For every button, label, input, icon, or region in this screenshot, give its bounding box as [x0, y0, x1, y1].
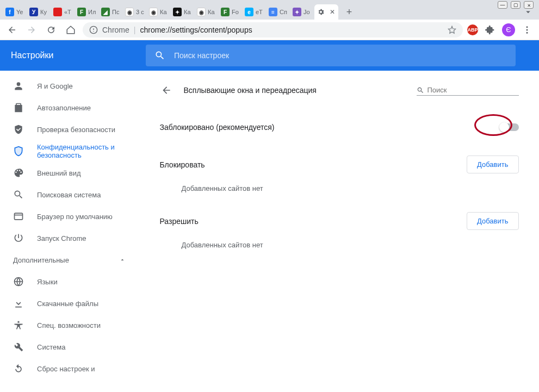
- tab-title: Fo: [232, 9, 239, 15]
- block-section-title: Блокировать: [160, 160, 205, 169]
- browser-tab[interactable]: ◢Пс: [99, 4, 123, 20]
- search-icon: [154, 50, 165, 61]
- accessibility-icon: [13, 320, 24, 331]
- browser-tab[interactable]: «Т: [51, 4, 75, 20]
- page-back-button[interactable]: [160, 84, 173, 97]
- sidebar-item-label: Сброс настроек и: [37, 365, 126, 373]
- tab-favicon: У: [29, 8, 38, 16]
- popup-toggle[interactable]: [500, 123, 519, 131]
- browser-tab[interactable]: ◉Ка: [195, 4, 219, 20]
- window-minimize-button[interactable]: —: [498, 1, 507, 9]
- page-title: Всплывающие окна и переадресация: [184, 86, 406, 95]
- tab-favicon: ✦: [293, 8, 301, 16]
- sidebar-item-label: Браузер по умолчанию: [37, 213, 126, 221]
- tab-title: 3 с: [136, 9, 144, 15]
- tab-title: eT: [256, 9, 263, 15]
- tab-favicon: e: [245, 8, 253, 16]
- power-icon: [13, 233, 24, 244]
- sidebar-item[interactable]: Запуск Chrome: [0, 227, 139, 249]
- svg-point-5: [526, 32, 528, 33]
- shield-icon: [13, 146, 24, 157]
- browser-tab[interactable]: FFo: [219, 4, 243, 20]
- svg-rect-6: [15, 213, 23, 220]
- sidebar-item[interactable]: Скачанные файлы: [0, 293, 139, 314]
- bookmark-star-icon[interactable]: [448, 26, 456, 34]
- tab-title: Ка: [208, 9, 215, 15]
- tab-favicon: F: [77, 8, 86, 16]
- sidebar-item[interactable]: Внешний вид: [0, 162, 139, 184]
- sidebar-advanced-toggle[interactable]: Дополнительные: [0, 249, 139, 271]
- extensions-icon[interactable]: [482, 22, 498, 38]
- allow-add-button[interactable]: Добавить: [467, 212, 518, 230]
- new-tab-button[interactable]: +: [342, 4, 357, 20]
- window-maximize-button[interactable]: ▢: [511, 1, 521, 9]
- sidebar-item[interactable]: Конфиденциальность и безопасность: [0, 140, 139, 162]
- sidebar-item-label: Языки: [37, 278, 126, 286]
- profile-avatar[interactable]: Є: [502, 23, 515, 36]
- sidebar-item[interactable]: Браузер по умолчанию: [0, 206, 139, 227]
- adblock-extension-icon[interactable]: ABP: [467, 24, 478, 35]
- tab-favicon: ◉: [149, 8, 158, 16]
- svg-point-3: [526, 26, 528, 28]
- settings-search-input[interactable]: [174, 51, 507, 60]
- reset-icon: [13, 363, 24, 374]
- browser-tab[interactable]: ≡Сп: [267, 4, 290, 20]
- sidebar-item-label: Конфиденциальность и безопасность: [37, 143, 126, 159]
- tab-title: Ye: [16, 9, 23, 15]
- nav-forward-button[interactable]: [24, 22, 39, 38]
- window-icon: [13, 211, 24, 222]
- settings-header: Настройки: [0, 40, 539, 71]
- window-close-button[interactable]: ⨉: [524, 1, 534, 9]
- sidebar-item[interactable]: Я и Google: [0, 75, 139, 97]
- tab-title: Ка: [184, 9, 191, 15]
- svg-point-2: [93, 31, 94, 32]
- sidebar-item[interactable]: Система: [0, 336, 139, 358]
- tab-favicon: f: [5, 8, 14, 16]
- browser-tab[interactable]: ◉Ка: [147, 4, 171, 20]
- browser-tab[interactable]: ✦Jo: [290, 4, 314, 20]
- settings-content: Всплывающие окна и переадресация Заблоки…: [139, 71, 539, 392]
- tab-favicon: ◉: [125, 8, 134, 16]
- page-search-input[interactable]: [428, 86, 519, 94]
- sidebar-item-label: Запуск Chrome: [37, 234, 126, 242]
- svg-point-4: [526, 29, 528, 30]
- sidebar-item[interactable]: Проверка безопасности: [0, 119, 139, 140]
- nav-home-button[interactable]: [63, 22, 78, 38]
- browser-tab[interactable]: eeT: [243, 4, 267, 20]
- allow-section-title: Разрешить: [160, 217, 199, 226]
- person-icon: [13, 80, 24, 91]
- settings-search[interactable]: [146, 45, 516, 66]
- browser-tab[interactable]: FИл: [75, 4, 99, 20]
- sidebar-item-label: Система: [37, 343, 126, 351]
- tab-title: Ку: [40, 9, 47, 15]
- tab-title: Пс: [112, 9, 119, 15]
- close-icon[interactable]: ✕: [330, 8, 335, 16]
- sidebar-item-label: Проверка безопасности: [37, 126, 126, 134]
- tab-title: Jo: [303, 9, 310, 15]
- tab-favicon: ◢: [101, 8, 110, 16]
- browser-tab[interactable]: ◉3 с: [123, 4, 147, 20]
- lock-icon: [89, 26, 98, 34]
- popup-toggle-label: Заблокировано (рекомендуется): [160, 123, 275, 132]
- browser-tab-active[interactable]: ✕: [314, 4, 338, 20]
- omnibox[interactable]: Chrome | chrome://settings/content/popup…: [83, 22, 463, 38]
- nav-reload-button[interactable]: [44, 22, 59, 38]
- sidebar-item[interactable]: Сброс настроек и: [0, 358, 139, 379]
- page-search[interactable]: [417, 85, 519, 96]
- sidebar-item-label: Спец. возможности: [37, 321, 126, 329]
- shield-check-icon: [13, 124, 24, 135]
- clipboard-icon: [13, 102, 24, 113]
- block-add-button[interactable]: Добавить: [467, 155, 518, 173]
- tab-title: Ка: [160, 9, 167, 15]
- sidebar-item[interactable]: Спец. возможности: [0, 314, 139, 336]
- nav-back-button[interactable]: [4, 22, 20, 38]
- sidebar-item[interactable]: Автозаполнение: [0, 97, 139, 119]
- sidebar-item[interactable]: Языки: [0, 271, 139, 293]
- allow-empty-text: Добавленных сайтов нет: [160, 230, 519, 256]
- browser-tab[interactable]: УКу: [27, 4, 51, 20]
- browser-tab[interactable]: fYe: [3, 4, 27, 20]
- sidebar-item[interactable]: Поисковая система: [0, 184, 139, 206]
- chrome-menu-icon[interactable]: [519, 22, 535, 38]
- settings-sidebar: Я и GoogleАвтозаполнениеПроверка безопас…: [0, 71, 139, 392]
- browser-tab[interactable]: ✦Ка: [171, 4, 195, 20]
